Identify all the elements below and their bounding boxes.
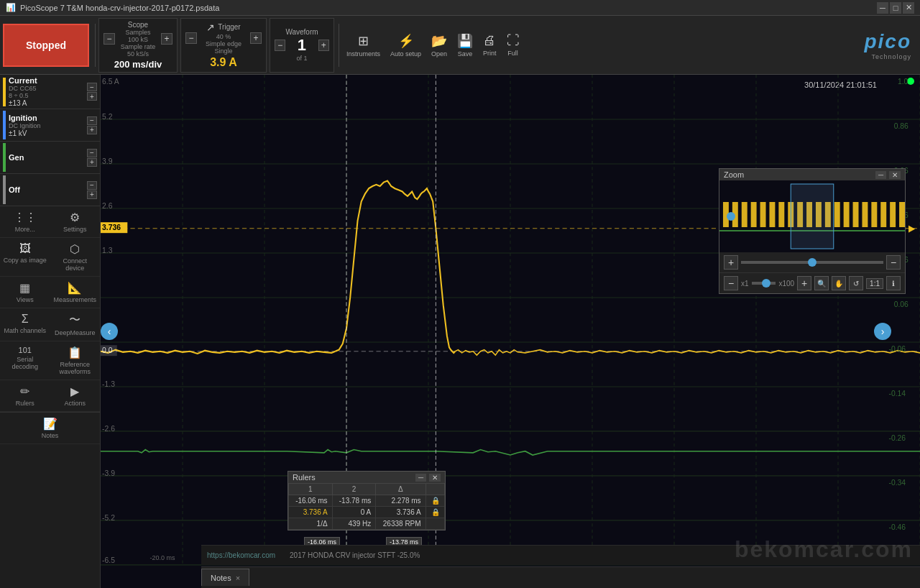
zoom-close-button[interactable]: ✕ <box>889 171 901 179</box>
auto-setup-icon: ⚡ <box>398 33 414 49</box>
stop-button[interactable]: Stopped <box>3 24 89 67</box>
reference-icon: 📋 <box>68 346 82 359</box>
zoom-slider-thumb[interactable] <box>808 258 816 267</box>
channel-gen-minus[interactable]: − <box>87 149 97 157</box>
channel-ignition-info: Ignition DC Ignition ±1 kV <box>9 114 84 137</box>
sidebar-more-button[interactable]: ⋮⋮ More... <box>0 206 50 238</box>
scope-plus-button[interactable]: + <box>161 33 172 45</box>
channel-off-minus[interactable]: − <box>87 181 97 190</box>
svg-text:A: A <box>114 77 119 86</box>
open-label: Open <box>431 50 447 58</box>
print-icon: 🖨 <box>483 33 496 48</box>
full-label: Full <box>507 50 518 57</box>
zoom-horizontal-slider[interactable] <box>752 282 776 285</box>
svg-text:0.86: 0.86 <box>894 121 908 130</box>
print-button[interactable]: 🖨 Print <box>479 30 501 60</box>
svg-text:-2.6: -2.6 <box>102 424 115 433</box>
waveform-plus-button[interactable]: + <box>318 40 329 51</box>
instruments-icon: ⊞ <box>358 33 369 49</box>
channel-ignition-minus[interactable]: − <box>87 116 97 125</box>
sidebar-rulers-button[interactable]: ✏ Rulers <box>0 380 50 412</box>
instruments-label: Instruments <box>346 50 380 58</box>
maximize-button[interactable]: □ <box>890 2 901 14</box>
sidebar-reference-button[interactable]: 📋 Reference waveforms <box>50 341 101 380</box>
sidebar-connect-button[interactable]: ⬡ Connect device <box>50 238 101 277</box>
titlebar-controls[interactable]: ─ □ ✕ <box>877 2 914 14</box>
channel-off[interactable]: Off − + <box>0 174 100 206</box>
nav-right-button[interactable]: › <box>874 323 891 340</box>
close-button[interactable]: ✕ <box>903 2 914 14</box>
trigger-arrow-icon: ↗ <box>206 22 215 33</box>
trigger-minus-button[interactable]: − <box>185 32 197 44</box>
scope-samplerate-label: Sample rate <box>115 43 161 50</box>
zoom-reset-button[interactable]: ↺ <box>849 276 863 290</box>
svg-rect-58 <box>778 202 784 227</box>
zoom-minimize-button[interactable]: ─ <box>875 171 886 179</box>
rulers-panel-header: Rulers ─ ✕ <box>288 472 445 483</box>
waveform-minus-button[interactable]: − <box>275 40 285 51</box>
sidebar-copy-image-button[interactable]: 🖼 Copy as image <box>0 238 50 277</box>
open-button[interactable]: 📂 Open <box>427 30 451 60</box>
titlebar: 📊 PicoScope 7 T&M honda-crv-injector-201… <box>0 0 920 16</box>
zoom-vertical-controls: + − <box>719 252 905 272</box>
channel-off-plus[interactable]: + <box>87 190 97 199</box>
trigger-plus-button[interactable]: + <box>250 32 262 44</box>
channel-ignition-range: ±1 kV <box>9 129 84 137</box>
zoom-h-thumb[interactable] <box>762 279 770 288</box>
sidebar-tools: ⋮⋮ More... ⚙ Settings 🖼 Copy as image ⬡ … <box>0 206 100 412</box>
save-button[interactable]: 💾 Save <box>453 30 477 60</box>
measurements-label: Measurements <box>53 296 96 303</box>
notes-tab-close[interactable]: × <box>236 574 240 582</box>
channel-current-range: ±13 A <box>9 99 84 107</box>
svg-text:0.0: 0.0 <box>102 346 113 354</box>
zoom-vertical-slider[interactable] <box>741 261 883 264</box>
svg-rect-55 <box>751 202 757 227</box>
scope-samplerate-value: 50 kS/s <box>115 50 161 58</box>
sidebar-measurements-button[interactable]: 📐 Measurements <box>50 277 101 308</box>
channel-gen-plus[interactable]: + <box>87 158 97 167</box>
rulers-col-2-header: 2 <box>332 484 376 495</box>
zoom-h-out-button[interactable]: − <box>724 276 738 290</box>
channel-current[interactable]: Current DC CC65 8 ÷ 0.5 ±13 A − + <box>0 75 100 109</box>
channel-gen[interactable]: Gen − + <box>0 142 100 174</box>
sidebar-serial-button[interactable]: 101 Serial decoding <box>0 341 50 380</box>
auto-setup-button[interactable]: ⚡ Auto setup <box>386 30 426 60</box>
full-button[interactable]: ⛶ Full <box>502 30 524 60</box>
sidebar-notes-button[interactable]: 📝 Notes <box>0 412 100 444</box>
sidebar-deepmeasure-button[interactable]: 〜 DeepMeasure <box>50 308 101 341</box>
rulers-r2-delta: 3.736 A <box>376 507 426 518</box>
minimize-button[interactable]: ─ <box>877 2 888 14</box>
zoom-x1-label: x1 <box>741 280 749 288</box>
sidebar-actions-button[interactable]: ▶ Actions <box>50 380 101 412</box>
channel-current-minus[interactable]: − <box>87 83 97 91</box>
rulers-close-button[interactable]: ✕ <box>429 474 441 482</box>
connect-label: Connect device <box>53 257 98 272</box>
zoom-magnify-button[interactable]: 🔍 <box>814 276 829 290</box>
channel-ignition-plus[interactable]: + <box>87 126 97 134</box>
sidebar-math-button[interactable]: Σ Math channels <box>0 308 50 341</box>
svg-rect-70 <box>890 202 896 227</box>
svg-rect-66 <box>853 202 859 227</box>
scope-minus-button[interactable]: − <box>104 33 115 45</box>
rulers-row-2: 3.736 A 0 A 3.736 A 🔒 <box>289 507 445 518</box>
channel-current-type: DC CC65 <box>9 85 84 92</box>
nav-left-button[interactable]: ‹ <box>101 323 118 340</box>
rulers-r3-delta: 26338 RPM <box>376 518 426 530</box>
channel-current-info: Current DC CC65 8 ÷ 0.5 ±13 A <box>9 76 84 107</box>
instruments-button[interactable]: ⊞ Instruments <box>342 30 385 60</box>
notes-tab[interactable]: Notes × <box>201 569 249 586</box>
rulers-minimize-button[interactable]: ─ <box>415 474 426 482</box>
zoom-info-button[interactable]: ℹ <box>886 276 901 290</box>
sidebar-settings-button[interactable]: ⚙ Settings <box>50 206 101 238</box>
channel-ignition[interactable]: Ignition DC Ignition ±1 kV − + <box>0 109 100 142</box>
zoom-out-button[interactable]: − <box>886 255 901 270</box>
rulers-r1-delta: 2.278 ms <box>376 495 426 507</box>
channel-current-plus[interactable]: + <box>87 92 97 101</box>
zoom-h-in-button[interactable]: + <box>797 276 811 290</box>
zoom-in-button[interactable]: + <box>724 255 738 270</box>
notes-tab-label: Notes <box>211 574 231 582</box>
channel-gen-info: Gen <box>9 153 84 162</box>
zoom-pan-button[interactable]: ✋ <box>832 276 846 290</box>
rulers-r2-v2: 0 A <box>332 507 376 518</box>
sidebar-views-button[interactable]: ▦ Views <box>0 277 50 308</box>
